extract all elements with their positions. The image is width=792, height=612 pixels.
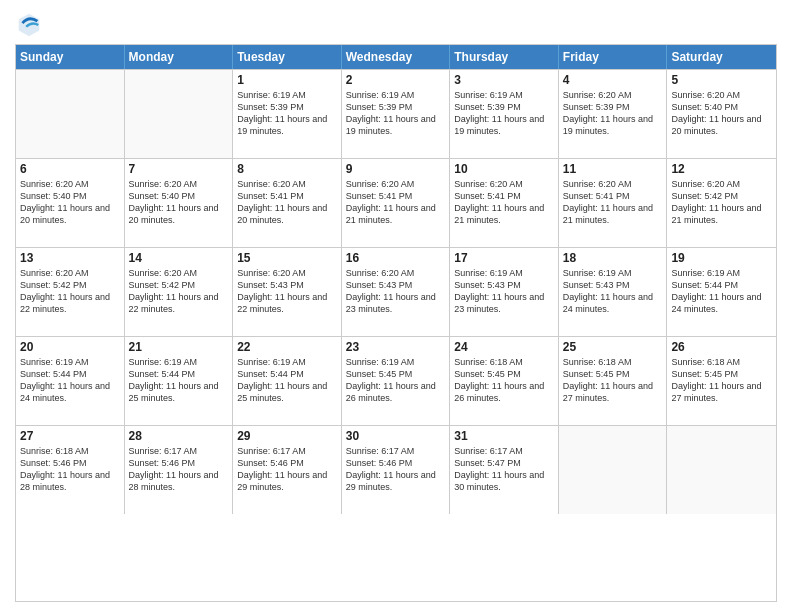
logo-icon [15, 10, 43, 38]
cell-info: Sunrise: 6:18 AM Sunset: 5:45 PM Dayligh… [671, 356, 772, 405]
header [15, 10, 777, 38]
calendar-header-day: Tuesday [233, 45, 342, 69]
calendar-cell: 5Sunrise: 6:20 AM Sunset: 5:40 PM Daylig… [667, 70, 776, 158]
calendar-cell: 8Sunrise: 6:20 AM Sunset: 5:41 PM Daylig… [233, 159, 342, 247]
calendar-cell: 14Sunrise: 6:20 AM Sunset: 5:42 PM Dayli… [125, 248, 234, 336]
cell-info: Sunrise: 6:20 AM Sunset: 5:39 PM Dayligh… [563, 89, 663, 138]
logo [15, 10, 47, 38]
calendar-cell: 1Sunrise: 6:19 AM Sunset: 5:39 PM Daylig… [233, 70, 342, 158]
calendar-cell [667, 426, 776, 514]
calendar-cell: 12Sunrise: 6:20 AM Sunset: 5:42 PM Dayli… [667, 159, 776, 247]
calendar-row: 13Sunrise: 6:20 AM Sunset: 5:42 PM Dayli… [16, 247, 776, 336]
cell-info: Sunrise: 6:19 AM Sunset: 5:43 PM Dayligh… [454, 267, 554, 316]
cell-info: Sunrise: 6:19 AM Sunset: 5:44 PM Dayligh… [129, 356, 229, 405]
day-number: 8 [237, 162, 337, 176]
day-number: 26 [671, 340, 772, 354]
calendar-cell: 29Sunrise: 6:17 AM Sunset: 5:46 PM Dayli… [233, 426, 342, 514]
day-number: 27 [20, 429, 120, 443]
cell-info: Sunrise: 6:17 AM Sunset: 5:46 PM Dayligh… [129, 445, 229, 494]
day-number: 3 [454, 73, 554, 87]
cell-info: Sunrise: 6:20 AM Sunset: 5:41 PM Dayligh… [237, 178, 337, 227]
cell-info: Sunrise: 6:18 AM Sunset: 5:45 PM Dayligh… [454, 356, 554, 405]
day-number: 30 [346, 429, 446, 443]
day-number: 22 [237, 340, 337, 354]
calendar-cell: 18Sunrise: 6:19 AM Sunset: 5:43 PM Dayli… [559, 248, 668, 336]
cell-info: Sunrise: 6:18 AM Sunset: 5:46 PM Dayligh… [20, 445, 120, 494]
day-number: 13 [20, 251, 120, 265]
calendar-row: 27Sunrise: 6:18 AM Sunset: 5:46 PM Dayli… [16, 425, 776, 514]
cell-info: Sunrise: 6:19 AM Sunset: 5:44 PM Dayligh… [671, 267, 772, 316]
calendar-cell: 3Sunrise: 6:19 AM Sunset: 5:39 PM Daylig… [450, 70, 559, 158]
calendar-cell [16, 70, 125, 158]
cell-info: Sunrise: 6:20 AM Sunset: 5:41 PM Dayligh… [563, 178, 663, 227]
calendar-header-day: Saturday [667, 45, 776, 69]
day-number: 16 [346, 251, 446, 265]
calendar-cell: 2Sunrise: 6:19 AM Sunset: 5:39 PM Daylig… [342, 70, 451, 158]
day-number: 11 [563, 162, 663, 176]
calendar-cell: 22Sunrise: 6:19 AM Sunset: 5:44 PM Dayli… [233, 337, 342, 425]
day-number: 19 [671, 251, 772, 265]
calendar-row: 6Sunrise: 6:20 AM Sunset: 5:40 PM Daylig… [16, 158, 776, 247]
day-number: 23 [346, 340, 446, 354]
calendar-header-day: Thursday [450, 45, 559, 69]
calendar-cell: 20Sunrise: 6:19 AM Sunset: 5:44 PM Dayli… [16, 337, 125, 425]
calendar-cell: 25Sunrise: 6:18 AM Sunset: 5:45 PM Dayli… [559, 337, 668, 425]
calendar-cell: 27Sunrise: 6:18 AM Sunset: 5:46 PM Dayli… [16, 426, 125, 514]
calendar-cell: 17Sunrise: 6:19 AM Sunset: 5:43 PM Dayli… [450, 248, 559, 336]
calendar-cell: 11Sunrise: 6:20 AM Sunset: 5:41 PM Dayli… [559, 159, 668, 247]
cell-info: Sunrise: 6:18 AM Sunset: 5:45 PM Dayligh… [563, 356, 663, 405]
calendar-cell: 16Sunrise: 6:20 AM Sunset: 5:43 PM Dayli… [342, 248, 451, 336]
calendar-cell: 23Sunrise: 6:19 AM Sunset: 5:45 PM Dayli… [342, 337, 451, 425]
cell-info: Sunrise: 6:20 AM Sunset: 5:43 PM Dayligh… [237, 267, 337, 316]
calendar: SundayMondayTuesdayWednesdayThursdayFrid… [15, 44, 777, 602]
day-number: 20 [20, 340, 120, 354]
cell-info: Sunrise: 6:20 AM Sunset: 5:43 PM Dayligh… [346, 267, 446, 316]
day-number: 12 [671, 162, 772, 176]
cell-info: Sunrise: 6:19 AM Sunset: 5:44 PM Dayligh… [237, 356, 337, 405]
day-number: 2 [346, 73, 446, 87]
calendar-row: 1Sunrise: 6:19 AM Sunset: 5:39 PM Daylig… [16, 69, 776, 158]
cell-info: Sunrise: 6:19 AM Sunset: 5:45 PM Dayligh… [346, 356, 446, 405]
day-number: 6 [20, 162, 120, 176]
calendar-cell: 10Sunrise: 6:20 AM Sunset: 5:41 PM Dayli… [450, 159, 559, 247]
day-number: 29 [237, 429, 337, 443]
cell-info: Sunrise: 6:19 AM Sunset: 5:39 PM Dayligh… [237, 89, 337, 138]
cell-info: Sunrise: 6:20 AM Sunset: 5:40 PM Dayligh… [20, 178, 120, 227]
calendar-cell: 9Sunrise: 6:20 AM Sunset: 5:41 PM Daylig… [342, 159, 451, 247]
calendar-cell [125, 70, 234, 158]
day-number: 21 [129, 340, 229, 354]
day-number: 5 [671, 73, 772, 87]
cell-info: Sunrise: 6:20 AM Sunset: 5:42 PM Dayligh… [129, 267, 229, 316]
cell-info: Sunrise: 6:20 AM Sunset: 5:41 PM Dayligh… [454, 178, 554, 227]
day-number: 10 [454, 162, 554, 176]
cell-info: Sunrise: 6:20 AM Sunset: 5:42 PM Dayligh… [20, 267, 120, 316]
day-number: 24 [454, 340, 554, 354]
calendar-cell: 15Sunrise: 6:20 AM Sunset: 5:43 PM Dayli… [233, 248, 342, 336]
cell-info: Sunrise: 6:20 AM Sunset: 5:42 PM Dayligh… [671, 178, 772, 227]
day-number: 4 [563, 73, 663, 87]
day-number: 9 [346, 162, 446, 176]
calendar-cell: 7Sunrise: 6:20 AM Sunset: 5:40 PM Daylig… [125, 159, 234, 247]
day-number: 18 [563, 251, 663, 265]
calendar-cell: 19Sunrise: 6:19 AM Sunset: 5:44 PM Dayli… [667, 248, 776, 336]
day-number: 7 [129, 162, 229, 176]
day-number: 17 [454, 251, 554, 265]
day-number: 28 [129, 429, 229, 443]
calendar-cell: 6Sunrise: 6:20 AM Sunset: 5:40 PM Daylig… [16, 159, 125, 247]
calendar-cell: 30Sunrise: 6:17 AM Sunset: 5:46 PM Dayli… [342, 426, 451, 514]
cell-info: Sunrise: 6:19 AM Sunset: 5:39 PM Dayligh… [454, 89, 554, 138]
day-number: 25 [563, 340, 663, 354]
cell-info: Sunrise: 6:20 AM Sunset: 5:40 PM Dayligh… [671, 89, 772, 138]
calendar-header-day: Wednesday [342, 45, 451, 69]
cell-info: Sunrise: 6:19 AM Sunset: 5:43 PM Dayligh… [563, 267, 663, 316]
cell-info: Sunrise: 6:20 AM Sunset: 5:41 PM Dayligh… [346, 178, 446, 227]
day-number: 15 [237, 251, 337, 265]
cell-info: Sunrise: 6:19 AM Sunset: 5:44 PM Dayligh… [20, 356, 120, 405]
calendar-cell: 4Sunrise: 6:20 AM Sunset: 5:39 PM Daylig… [559, 70, 668, 158]
calendar-header: SundayMondayTuesdayWednesdayThursdayFrid… [16, 45, 776, 69]
calendar-header-day: Sunday [16, 45, 125, 69]
calendar-cell [559, 426, 668, 514]
calendar-header-day: Friday [559, 45, 668, 69]
calendar-cell: 26Sunrise: 6:18 AM Sunset: 5:45 PM Dayli… [667, 337, 776, 425]
page: SundayMondayTuesdayWednesdayThursdayFrid… [0, 0, 792, 612]
